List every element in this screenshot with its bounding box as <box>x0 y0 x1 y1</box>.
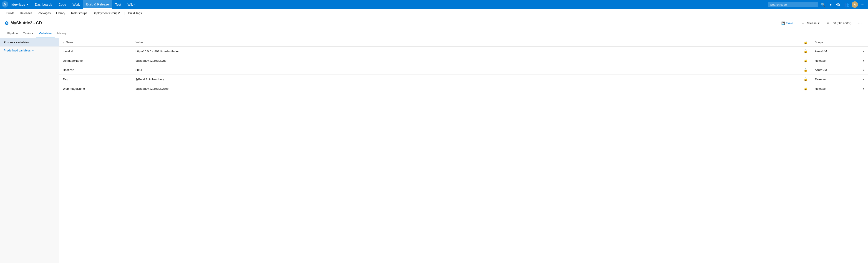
nav-task-groups[interactable]: Task Groups <box>68 9 90 17</box>
chevron-down-icon-2: ▾ <box>863 68 864 72</box>
tab-pipeline[interactable]: Pipeline <box>5 29 21 38</box>
sort-icon: ↑ <box>63 41 64 44</box>
lock-icon-2: 🔓 <box>804 68 807 72</box>
lock-icon-0: 🔓 <box>804 50 807 53</box>
nav-releases[interactable]: Releases <box>17 9 35 17</box>
shopping-bag-button[interactable]: 🛍 <box>834 1 842 8</box>
tab-bar: Pipeline Tasks ▾ Variables History <box>0 29 868 38</box>
people-button[interactable]: 👥 <box>842 1 851 8</box>
top-nav: jdev-labs ▾ Dashboards Code Work Build &… <box>0 0 868 9</box>
variable-name-0: baseUrl <box>59 47 132 56</box>
nav-separator <box>140 2 140 7</box>
variable-name-4: WebImageName <box>59 84 132 93</box>
release-label: Release <box>806 21 816 25</box>
variable-lock-3[interactable]: 🔓 <box>800 75 811 84</box>
nav-build-tags[interactable]: Build Tags <box>126 9 145 17</box>
nav-work[interactable]: Work <box>69 0 83 9</box>
variable-dropdown-4[interactable]: ▾ <box>857 84 868 93</box>
edit-icon: ✏ <box>827 21 829 25</box>
chevron-down-icon-4: ▾ <box>863 87 864 90</box>
nav-pipe: | <box>124 11 125 15</box>
nav-test[interactable]: Test <box>112 0 124 9</box>
sidebar: Process variables Predefined variables ↗ <box>0 38 59 263</box>
variable-scope-3: Release <box>811 75 857 84</box>
user-avatar[interactable]: A <box>851 1 858 8</box>
nav-builds[interactable]: Builds <box>4 9 17 17</box>
chevron-down-icon-1: ▾ <box>863 59 864 62</box>
col-header-scope: Scope <box>811 38 857 47</box>
save-label: Save <box>786 21 793 25</box>
variable-lock-1[interactable]: 🔓 <box>800 56 811 65</box>
variable-lock-0[interactable]: 🔓 <box>800 47 811 56</box>
nav-code[interactable]: Code <box>55 0 69 9</box>
search-input[interactable] <box>768 2 818 7</box>
variable-dropdown-3[interactable]: ▾ <box>857 75 868 84</box>
table-row: WebImageName cdjavadev.azurecr.io/web 🔓 … <box>59 84 868 93</box>
variable-value-4[interactable]: cdjavadev.azurecr.io/web <box>132 84 800 93</box>
lock-icon-3: 🔓 <box>804 78 807 81</box>
variable-dropdown-1[interactable]: ▾ <box>857 56 868 65</box>
variable-lock-2[interactable]: 🔓 <box>800 65 811 75</box>
table-row: baseUrl http://10.0.0.4:8081/myshuttlede… <box>59 47 868 56</box>
tab-history[interactable]: History <box>55 29 69 38</box>
predefined-variables-link[interactable]: Predefined variables ↗ <box>0 47 59 54</box>
table-row: Tag $(Build.BuildNumber) 🔓 Release ▾ <box>59 75 868 84</box>
nav-build-release[interactable]: Build & Release <box>83 0 112 9</box>
nav-links: Dashboards Code Work Build & Release Tes… <box>32 0 142 9</box>
notifications-dropdown-button[interactable]: ▾ <box>828 1 833 8</box>
variable-name-2: HostPort <box>59 65 132 75</box>
chevron-down-icon-0: ▾ <box>863 50 864 53</box>
sidebar-section-header: Process variables <box>0 38 59 47</box>
nav-deployment-groups[interactable]: Deployment Groups* <box>90 9 123 17</box>
secondary-nav: Builds Releases Packages Library Task Gr… <box>0 9 868 17</box>
save-button[interactable]: 💾 Save <box>778 20 797 26</box>
main-content: Process variables Predefined variables ↗… <box>0 38 868 263</box>
search-button[interactable]: 🔍 <box>819 1 827 8</box>
more-options-button[interactable]: ⋯ <box>859 1 866 8</box>
page-title-area: ⚙ MyShuttle2 - CD <box>5 21 42 26</box>
lock-icon-1: 🔓 <box>804 59 807 62</box>
variable-dropdown-2[interactable]: ▾ <box>857 65 868 75</box>
nav-dashboards[interactable]: Dashboards <box>32 0 56 9</box>
variable-scope-0: AzureVM <box>811 47 857 56</box>
page-title: MyShuttle2 - CD <box>10 21 42 26</box>
org-selector[interactable]: jdev-labs ▾ <box>9 3 30 6</box>
lock-icon-4: 🔓 <box>804 87 807 90</box>
lock-icon: 🔒 <box>804 40 807 44</box>
tab-variables[interactable]: Variables <box>36 29 55 38</box>
release-dropdown-arrow: ▾ <box>818 21 819 25</box>
variable-name-3: Tag <box>59 75 132 84</box>
col-header-dropdown <box>857 38 868 47</box>
top-right-actions: 🔍 ▾ 🛍 👥 A ⋯ <box>768 1 866 8</box>
tasks-dropdown-arrow: ▾ <box>32 32 33 35</box>
nav-packages[interactable]: Packages <box>35 9 54 17</box>
variable-value-1[interactable]: cdjavadev.azurecr.io/db <box>132 56 800 65</box>
variable-scope-4: Release <box>811 84 857 93</box>
nav-wiki[interactable]: Wiki* <box>124 0 138 9</box>
nav-library[interactable]: Library <box>54 9 68 17</box>
more-button[interactable]: ··· <box>857 20 863 26</box>
variable-value-3[interactable]: $(Build.BuildNumber) <box>132 75 800 84</box>
col-header-name[interactable]: ↑ Name <box>59 38 132 47</box>
svg-point-0 <box>2 1 8 7</box>
variable-value-2[interactable]: 8081 <box>132 65 800 75</box>
variable-value-0[interactable]: http://10.0.0.4:8081/myshuttledev <box>132 47 800 56</box>
sidebar-section-label: Process variables <box>4 40 29 44</box>
variable-dropdown-0[interactable]: ▾ <box>857 47 868 56</box>
release-button[interactable]: ＋ Release ▾ <box>799 20 822 26</box>
azure-logo <box>2 1 9 8</box>
org-name: jdev-labs <box>11 3 25 6</box>
variables-table-area: ↑ Name Value 🔒 Scope baseUrl <box>59 38 868 263</box>
plus-icon: ＋ <box>801 21 804 25</box>
variable-scope-2: AzureVM <box>811 65 857 75</box>
col-header-value: Value <box>132 38 800 47</box>
chevron-down-icon-3: ▾ <box>863 78 864 81</box>
tab-tasks[interactable]: Tasks ▾ <box>21 29 36 38</box>
edit-button[interactable]: ✏ Edit (Old editor) <box>825 20 854 26</box>
page-header: ⚙ MyShuttle2 - CD 💾 Save ＋ Release ▾ ✏ E… <box>0 17 868 29</box>
edit-label: Edit (Old editor) <box>831 21 851 25</box>
variable-lock-4[interactable]: 🔓 <box>800 84 811 93</box>
table-header-row: ↑ Name Value 🔒 Scope <box>59 38 868 47</box>
variable-scope-1: Release <box>811 56 857 65</box>
variable-name-1: DbImageName <box>59 56 132 65</box>
